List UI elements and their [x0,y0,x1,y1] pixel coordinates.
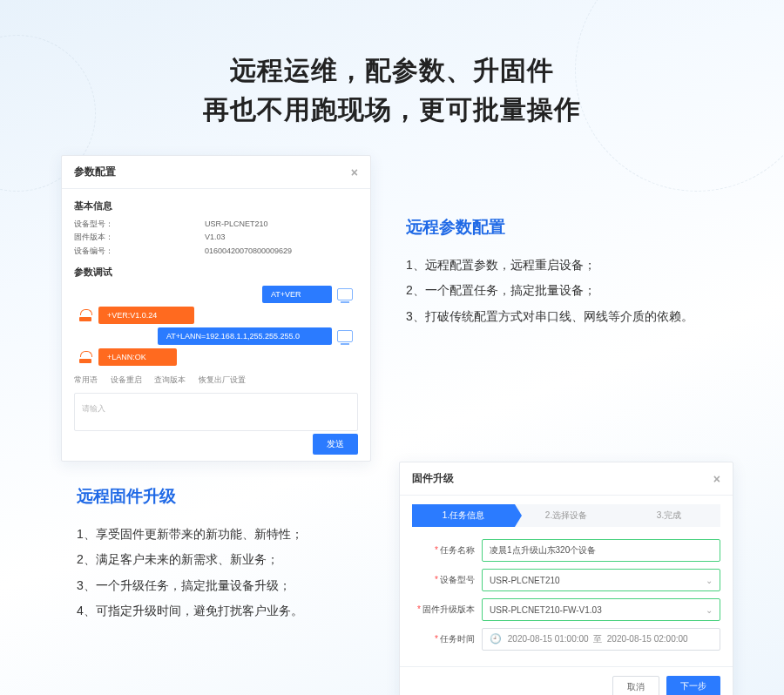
model-label: *设备型号 [412,574,482,586]
host-icon [337,330,353,342]
param-panel-title: 参数配置 [74,165,116,179]
chevron-down-icon: ⌄ [706,605,713,615]
device-icon [79,351,93,363]
fw-panel-title: 固件升级 [412,471,454,486]
feature-item: 3、一个升级任务，搞定批量设备升级； [77,573,382,598]
debug-title: 参数调试 [74,267,358,279]
feature-item: 3、打破传统配置方式对串口线、网线等介质的依赖。 [406,304,754,329]
quick-item[interactable]: 常用语 [74,375,98,384]
hero-line2: 再也不用跑现场，更可批量操作 [203,95,581,124]
param-config-panel: 参数配置 × 基本信息 设备型号：USR-PLCNET210 固件版本：V1.0… [61,155,371,462]
task-name-label: *任务名称 [412,544,482,557]
feature-item: 1、享受固件更新带来的新功能、新特性； [77,522,382,547]
step-indicator: 1.任务信息 2.选择设备 3.完成 [412,504,720,527]
command-input[interactable]: 请输入 发送 [74,393,358,431]
hero-line1: 远程运维，配参数、升固件 [230,56,554,84]
cancel-button[interactable]: 取消 [612,676,659,695]
step-select-device[interactable]: 2.选择设备 [515,504,618,527]
section-title: 远程固件升级 [77,485,382,508]
task-name-input[interactable]: 凌晨1点升级山东320个设备 [482,539,720,562]
chat-log: AT+VER +VER:V1.0.24 AT+LANN=192.168.1.1,… [74,286,358,366]
recv-msg: +VER:V1.0.24 [98,307,194,324]
sent-msg: AT+LANN=192.168.1.1,255.255.255.0 [158,327,332,345]
close-icon[interactable]: × [351,165,358,179]
chevron-down-icon: ⌄ [706,576,713,585]
sent-msg: AT+VER [262,286,332,303]
remote-config-section: 远程参数配置 1、远程配置参数，远程重启设备； 2、一个配置任务，搞定批量设备；… [406,216,754,329]
feature-item: 2、满足客户未来的新需求、新业务； [77,547,382,572]
step-complete[interactable]: 3.完成 [618,504,720,527]
feature-item: 1、远程配置参数，远程重启设备； [406,253,754,278]
close-icon[interactable]: × [713,472,720,486]
quick-item[interactable]: 设备重启 [111,375,142,384]
time-range-input[interactable]: 🕘 2020-08-15 01:00:00 至 2020-08-15 02:00… [482,628,720,651]
quick-phrases: 常用语 设备重启 查询版本 恢复出厂设置 [74,374,358,386]
fw-version-select[interactable]: USR-PLCNET210-FW-V1.03 ⌄ [482,598,720,621]
quick-item[interactable]: 查询版本 [154,375,186,384]
step-task-info[interactable]: 1.任务信息 [412,504,515,527]
feature-item: 2、一个配置任务，搞定批量设备； [406,278,754,303]
basic-info-title: 基本信息 [74,199,358,213]
device-icon [79,309,93,321]
time-label: *任务时间 [412,633,482,645]
clock-icon: 🕘 [490,633,502,644]
feature-item: 4、可指定升级时间，避免打扰客户业务。 [77,598,382,624]
send-button[interactable]: 发送 [313,434,358,455]
input-placeholder: 请输入 [82,404,105,413]
model-select[interactable]: USR-PLCNET210 ⌄ [482,569,720,591]
fw-version-label: *固件升级版本 [412,604,482,616]
section-title: 远程参数配置 [406,216,754,239]
host-icon [337,288,353,300]
device-meta: 设备型号：USR-PLCNET210 固件版本：V1.03 设备编号：01600… [74,218,358,258]
recv-msg: +LANN:OK [98,348,177,366]
remote-upgrade-section: 远程固件升级 1、享受固件更新带来的新功能、新特性； 2、满足客户未来的新需求、… [77,485,382,624]
bg-decoration [575,0,784,192]
next-button[interactable]: 下一步 [666,676,720,695]
quick-item[interactable]: 恢复出厂设置 [199,375,246,384]
firmware-upgrade-panel: 固件升级 × 1.任务信息 2.选择设备 3.完成 *任务名称 凌晨1点升级山东… [399,462,733,695]
